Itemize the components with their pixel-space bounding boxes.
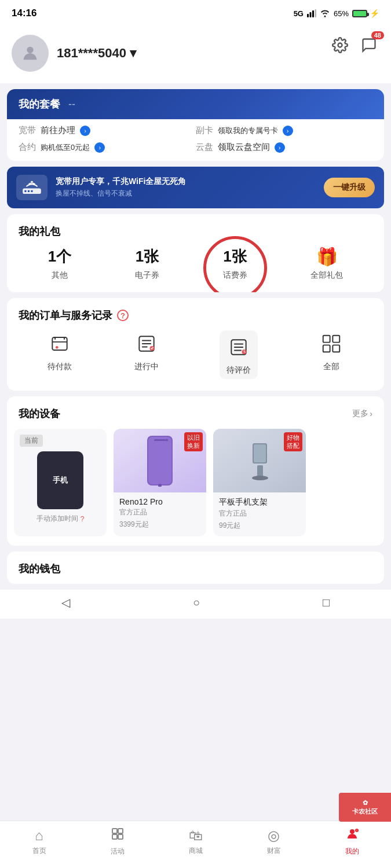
battery-percent: 65% (334, 9, 349, 18)
signal-icon: 5G (294, 9, 304, 18)
current-phone-box: 手机 (37, 451, 83, 509)
svg-rect-23 (154, 439, 166, 441)
user-icon (20, 43, 40, 63)
package-link-subcard[interactable]: 副卡 领取我的专属号卡 › (196, 125, 373, 136)
svg-rect-29 (112, 829, 117, 833)
package-link-cloud[interactable]: 云盘 领取云盘空间 › (196, 142, 373, 153)
svg-point-5 (338, 43, 342, 47)
wifi-line2: 换屋不掉线、信号不衰减 (56, 189, 316, 198)
reno12-desc: 官方正品 (119, 507, 200, 517)
svg-rect-30 (118, 829, 123, 833)
reno12-image: 以旧换新 (114, 429, 206, 492)
stand-info: 平板手机支架 官方正品 99元起 (213, 492, 306, 536)
header: 181****5040 ▾ 48 (0, 25, 391, 83)
nav-mine-label: 我的 (345, 847, 359, 856)
shop-nav-icon: 🛍 (189, 827, 203, 844)
all-orders-icon (318, 330, 345, 357)
gift-card: 我的礼包 1个 其他 1张 电子券 1张 话费券 🎁 全部礼包 (7, 214, 384, 292)
pending-pay-icon (46, 330, 73, 357)
device-item-stand[interactable]: 好物搭配 平板手机支架 官方正品 99元起 (213, 429, 306, 536)
svg-rect-3 (315, 9, 316, 17)
nav-wealth-label: 财富 (267, 846, 281, 856)
phone-number[interactable]: 181****5040 ▾ (57, 46, 136, 60)
svg-point-33 (350, 829, 355, 834)
device-current-tag: 当前 (20, 435, 43, 447)
charging-icon: ⚡ (370, 9, 379, 18)
gift-item-other[interactable]: 1个 其他 (48, 247, 71, 281)
svg-point-11 (56, 346, 59, 349)
svg-rect-26 (254, 444, 266, 462)
order-item-pending-pay[interactable]: 待付款 (46, 330, 73, 379)
system-nav: ◁ ○ □ (0, 590, 391, 619)
svg-rect-16 (323, 336, 330, 343)
order-header: 我的订单与服务记录 ? (7, 298, 384, 330)
gift-row: 1个 其他 1张 电子券 1张 话费券 🎁 全部礼包 (7, 247, 384, 292)
nav-home-label: 首页 (32, 846, 46, 856)
status-icons: 5G 65% ⚡ (294, 9, 379, 18)
wifi-banner-text: 宽带用户专享，千兆WiFi全屋无死角 换屋不掉线、信号不衰减 (56, 176, 316, 198)
activity-nav-icon (111, 827, 125, 844)
avatar[interactable] (12, 35, 49, 72)
order-row: 待付款 进行中 (7, 330, 384, 391)
svg-point-4 (27, 47, 33, 53)
svg-point-35 (356, 829, 358, 832)
pending-review-icon (225, 334, 252, 361)
upgrade-button[interactable]: 一键升级 (324, 178, 375, 197)
home-button[interactable]: ○ (193, 596, 200, 609)
svg-rect-0 (307, 14, 309, 17)
settings-button[interactable] (330, 35, 350, 56)
status-time: 14:16 (12, 8, 36, 19)
svg-rect-19 (333, 345, 340, 352)
nav-wealth[interactable]: ◎ 财富 (257, 827, 291, 856)
wifi-banner-icon (16, 175, 47, 200)
wealth-nav-icon: ◎ (268, 827, 280, 844)
stand-image: 好物搭配 (213, 429, 306, 492)
device-scroll[interactable]: 当前 手机 手动添加时间 ? 以旧换新 (7, 429, 384, 546)
svg-rect-1 (309, 12, 311, 17)
nav-activity-label: 活动 (111, 847, 125, 856)
back-button[interactable]: ◁ (61, 595, 70, 609)
gift-item-phonecoupon[interactable]: 1张 话费券 (223, 247, 247, 281)
device-item-reno12[interactable]: 以旧换新 Reno12 Pro 官方正品 3399元起 (114, 429, 206, 536)
order-item-pending-review[interactable]: 待评价 (220, 330, 258, 379)
status-bar: 14:16 5G 65% ⚡ (0, 0, 391, 25)
order-card: 我的订单与服务记录 ? 待付款 (7, 298, 384, 391)
svg-point-24 (166, 439, 168, 442)
svg-rect-2 (312, 10, 314, 17)
svg-rect-8 (28, 190, 30, 192)
gift-item-all[interactable]: 🎁 全部礼包 (310, 247, 343, 281)
package-links: 宽带 前往办理 › 副卡 领取我的专属号卡 › 合约 购机低至0元起 › 云盘 … (7, 119, 384, 161)
nav-activity[interactable]: 活动 (100, 827, 135, 856)
bottom-nav: ⌂ 首页 活动 🛍 商城 ◎ 财富 我的 (0, 821, 391, 868)
reno12-badge: 以旧换新 (184, 432, 203, 451)
package-link-broadband[interactable]: 宽带 前往办理 › (19, 125, 196, 136)
wifi-status-icon (320, 9, 330, 17)
stand-illustration (244, 437, 276, 484)
nav-mine[interactable]: 我的 (335, 827, 370, 856)
svg-rect-21 (148, 437, 171, 484)
device-header: 我的设备 更多 › (7, 396, 384, 429)
order-item-all[interactable]: 全部 (318, 330, 345, 379)
mine-nav-icon (345, 827, 359, 844)
recents-button[interactable]: □ (323, 596, 330, 609)
device-item-current[interactable]: 当前 手机 手动添加时间 ? (14, 429, 107, 536)
reno12-info: Reno12 Pro 官方正品 3399元起 (114, 492, 206, 535)
watermark: ✿ 卡农社区 (339, 793, 391, 822)
device-card: 我的设备 更多 › 当前 手机 手动添加时间 ? 以旧换新 (7, 396, 384, 546)
order-help-icon[interactable]: ? (117, 310, 129, 321)
gift-item-ecoupon[interactable]: 1张 电子券 (135, 247, 159, 281)
reno12-illustration (142, 435, 177, 487)
network-icon (307, 9, 316, 17)
package-link-contract[interactable]: 合约 购机低至0元起 › (19, 142, 196, 153)
stand-price: 99元起 (219, 521, 300, 531)
stand-badge: 好物搭配 (284, 432, 302, 451)
svg-rect-32 (118, 834, 123, 839)
nav-shop[interactable]: 🛍 商城 (178, 827, 213, 856)
more-link[interactable]: 更多 › (352, 409, 372, 419)
message-button[interactable]: 48 (359, 35, 379, 56)
nav-shop-label: 商城 (189, 846, 203, 856)
order-item-in-progress[interactable]: 进行中 (133, 330, 160, 379)
router-icon (21, 179, 43, 196)
svg-rect-27 (257, 465, 263, 477)
nav-home[interactable]: ⌂ 首页 (22, 827, 57, 856)
